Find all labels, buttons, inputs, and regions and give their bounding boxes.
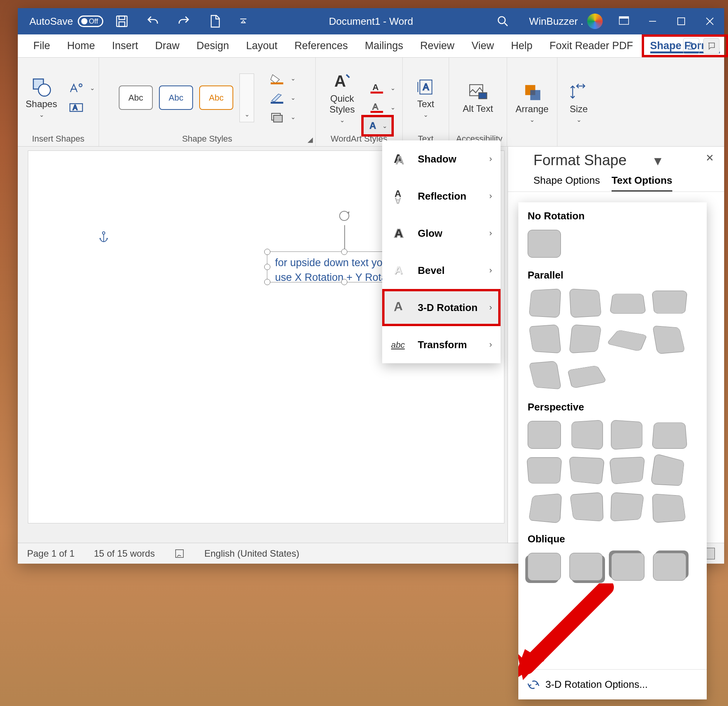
- preset-parallel-5[interactable]: [529, 324, 561, 353]
- preset-persp-6[interactable]: [569, 456, 605, 484]
- preset-parallel-10[interactable]: [567, 366, 607, 389]
- preset-oblique-1[interactable]: [528, 553, 561, 581]
- handle-l[interactable]: [264, 264, 270, 270]
- undo-icon[interactable]: [146, 14, 160, 28]
- tab-draw[interactable]: Draw: [147, 34, 188, 57]
- handle-tl[interactable]: [264, 249, 270, 255]
- status-page[interactable]: Page 1 of 1: [27, 548, 75, 559]
- text-direction-button[interactable]: A Text⌄: [412, 75, 440, 121]
- minimize-button[interactable]: [638, 8, 667, 34]
- preset-parallel-2[interactable]: [569, 289, 602, 318]
- textbox-button[interactable]: A: [68, 102, 95, 113]
- style-preset-1[interactable]: Abc: [119, 85, 153, 110]
- rotation-handle-icon[interactable]: [337, 209, 351, 223]
- preset-persp-5[interactable]: [526, 457, 562, 484]
- tab-home[interactable]: Home: [59, 34, 104, 57]
- menu-bevel[interactable]: AABevel ›: [382, 252, 501, 289]
- menu-glow-label: Glow: [418, 227, 443, 239]
- tab-foxit[interactable]: Foxit Reader PDF: [541, 34, 641, 57]
- preset-oblique-4[interactable]: [653, 553, 686, 581]
- autosave-toggle[interactable]: AutoSave Off: [29, 15, 103, 27]
- preset-persp-10[interactable]: [570, 492, 603, 521]
- alt-text-button[interactable]: Alt Text: [459, 79, 497, 116]
- menu-transform[interactable]: abcTransform ›: [382, 326, 501, 363]
- preset-parallel-3[interactable]: [610, 294, 646, 314]
- menu-3d-rotation[interactable]: A3-D Rotation ›: [382, 289, 501, 326]
- preset-oblique-3[interactable]: [611, 553, 644, 581]
- section-oblique: Oblique: [528, 533, 697, 581]
- tab-help[interactable]: Help: [502, 34, 541, 57]
- preset-persp-2[interactable]: [571, 420, 603, 450]
- preset-persp-4[interactable]: [652, 422, 687, 449]
- comments-button[interactable]: [703, 38, 719, 54]
- menu-shadow[interactable]: AAShadow ›: [382, 140, 501, 178]
- pane-dropdown-icon[interactable]: ▾: [654, 152, 678, 169]
- tab-view[interactable]: View: [463, 34, 502, 57]
- text-outline-button[interactable]: A⌄: [369, 102, 395, 113]
- spellcheck-icon[interactable]: [174, 548, 185, 559]
- menu-reflection[interactable]: AAReflection ›: [382, 178, 501, 215]
- quick-styles-button[interactable]: A Quick Styles⌄: [323, 69, 362, 126]
- tab-review[interactable]: Review: [412, 34, 463, 57]
- shape-outline-button[interactable]: ⌄: [269, 92, 296, 104]
- preset-parallel-7[interactable]: [606, 330, 647, 352]
- pane-close-icon[interactable]: ✕: [706, 152, 714, 169]
- autosave-switch[interactable]: Off: [78, 15, 103, 27]
- text-fill-button[interactable]: A⌄: [369, 82, 395, 94]
- menu-reflection-label: Reflection: [418, 190, 467, 202]
- shapes-button[interactable]: Shapes ⌄: [22, 75, 61, 121]
- size-button[interactable]: Size⌄: [565, 80, 593, 126]
- handle-bl[interactable]: [264, 279, 270, 285]
- style-preset-2[interactable]: Abc: [159, 85, 193, 110]
- shape-style-gallery[interactable]: Abc Abc Abc ⌄: [119, 74, 254, 122]
- shape-styles-dialog-launcher[interactable]: ◢: [308, 135, 313, 144]
- preset-parallel-9[interactable]: [529, 361, 562, 390]
- preset-parallel-4[interactable]: [652, 291, 687, 313]
- shape-effects-button[interactable]: ⌄: [269, 111, 296, 123]
- status-words[interactable]: 15 of 15 words: [94, 548, 155, 559]
- tab-insert[interactable]: Insert: [104, 34, 147, 57]
- preset-oblique-2[interactable]: [569, 553, 603, 581]
- tab-text-options[interactable]: Text Options: [612, 174, 672, 191]
- save-icon[interactable]: [115, 14, 129, 28]
- chevron-right-icon: ›: [489, 154, 492, 164]
- handle-t[interactable]: [341, 249, 347, 255]
- preset-parallel-1[interactable]: [529, 289, 561, 318]
- preset-persp-8[interactable]: [651, 453, 685, 486]
- menu-glow[interactable]: AGlow ›: [382, 215, 501, 252]
- search-icon[interactable]: [496, 14, 510, 28]
- shape-fill-button[interactable]: ⌄: [269, 73, 296, 84]
- tab-design[interactable]: Design: [188, 34, 238, 57]
- close-button[interactable]: [696, 8, 724, 34]
- ribbon-display-icon[interactable]: [610, 8, 638, 34]
- preset-persp-3[interactable]: [611, 420, 642, 450]
- preset-parallel-6[interactable]: [569, 324, 602, 353]
- new-doc-icon[interactable]: [208, 14, 222, 28]
- preset-persp-1[interactable]: [528, 421, 561, 449]
- tab-shape-options[interactable]: Shape Options: [518, 174, 600, 191]
- tab-layout[interactable]: Layout: [238, 34, 286, 57]
- tab-references[interactable]: References: [286, 34, 356, 57]
- style-gallery-more[interactable]: ⌄: [239, 74, 254, 122]
- preset-none[interactable]: [528, 230, 561, 258]
- 3d-rotation-options[interactable]: 3-D Rotation Options...: [518, 669, 707, 699]
- handle-b[interactable]: [341, 279, 347, 285]
- account-button[interactable]: WinBuzzer .: [529, 14, 603, 29]
- share-button[interactable]: [683, 38, 699, 54]
- chevron-right-icon: ›: [489, 191, 492, 201]
- maximize-button[interactable]: [667, 8, 696, 34]
- status-language[interactable]: English (United States): [204, 548, 299, 559]
- arrange-button[interactable]: Arrange⌄: [512, 80, 552, 126]
- text-effects-button[interactable]: A ⌄: [361, 115, 394, 137]
- preset-persp-9[interactable]: [528, 493, 562, 523]
- preset-persp-7[interactable]: [609, 456, 645, 484]
- preset-parallel-8[interactable]: [653, 325, 685, 354]
- preset-persp-11[interactable]: [610, 492, 644, 521]
- preset-persp-12[interactable]: [652, 494, 686, 523]
- customize-qat-icon[interactable]: [239, 17, 248, 26]
- style-preset-3[interactable]: Abc: [199, 85, 233, 110]
- edit-shape-button[interactable]: ⌄: [68, 82, 95, 94]
- tab-mailings[interactable]: Mailings: [356, 34, 412, 57]
- redo-icon[interactable]: [177, 14, 191, 28]
- tab-file[interactable]: File: [25, 34, 59, 57]
